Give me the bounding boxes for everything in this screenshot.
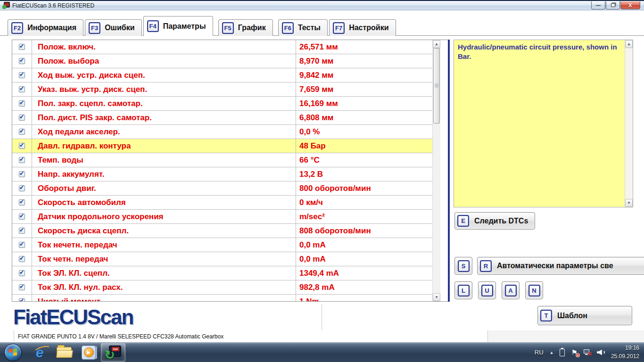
check-icon: ✔ <box>19 213 24 219</box>
template-button[interactable]: T Шаблон <box>537 306 632 325</box>
row-checkbox[interactable]: ✔ <box>19 228 25 234</box>
scroll-up-icon[interactable]: ▲ <box>433 40 440 48</box>
follow-dtcs-button[interactable]: E Следить DTCs <box>454 212 535 230</box>
s-button[interactable]: S <box>454 257 472 275</box>
table-row[interactable]: ✔Ход педали акселер.0,0 % <box>12 125 432 139</box>
row-checkbox[interactable]: ✔ <box>19 298 25 301</box>
row-checkbox[interactable]: ✔ <box>19 86 25 92</box>
row-checkbox[interactable]: ✔ <box>19 129 25 135</box>
tab-f4[interactable]: F4Параметры <box>143 16 213 36</box>
l-button[interactable]: L <box>454 281 472 299</box>
row-checkbox[interactable]: ✔ <box>19 58 25 64</box>
taskbar-item-media-player[interactable]: ▶ <box>76 343 101 362</box>
battery-icon[interactable] <box>560 349 565 356</box>
row-checkbox[interactable]: ✔ <box>19 157 25 163</box>
table-row[interactable]: ✔Ход выж. устр. диска сцеп.9,842 мм <box>12 68 432 82</box>
param-name: Указ. выж. устр. диск. сцеп. <box>32 82 296 96</box>
table-row[interactable]: ✔Скорость диска сцепл.808 оборотов/мин <box>12 224 432 238</box>
minimize-button[interactable]: — <box>591 1 605 9</box>
table-row[interactable]: ✔Полож. выбора8,970 мм <box>12 54 432 68</box>
table-row[interactable]: ✔Ток четн. передач0,0 mA <box>12 252 432 266</box>
table-row[interactable]: ✔Обороты двиг.800 оборотов/мин <box>12 181 432 196</box>
table-row[interactable]: ✔Ток ЭЛ. КЛ. сцепл.1349,4 mA <box>12 266 432 280</box>
fkey-badge: F2 <box>11 22 23 34</box>
window-controls: — X <box>591 1 644 9</box>
scroll-thumb[interactable] <box>433 48 440 123</box>
checkbox-cell: ✔ <box>12 167 32 181</box>
table-row[interactable]: ✔Пол. закр. сцепл. самотар.16,169 мм <box>12 97 432 111</box>
info-scroll-down-icon[interactable]: ▼ <box>625 199 633 207</box>
table-row[interactable]: ✔Скорость автомобиля0 км/ч <box>12 196 432 210</box>
row-checkbox[interactable]: ✔ <box>19 256 25 262</box>
scroll-track[interactable] <box>433 48 440 293</box>
row-checkbox[interactable]: ✔ <box>19 171 25 177</box>
fkey-badge-s: S <box>458 260 470 272</box>
network-icon[interactable]: ✕ <box>584 349 591 356</box>
table-row[interactable]: ✔Ток ЭЛ. КЛ. нул. расх.982,8 mA <box>12 280 432 295</box>
table-row[interactable]: ✔Чистый момент1 Nm <box>12 295 432 301</box>
param-value: 0,0 mA <box>296 238 432 252</box>
tab-f2[interactable]: F2Информация <box>8 19 83 36</box>
taskbar-item-internet-explorer[interactable]: e <box>27 343 52 362</box>
volume-icon[interactable] <box>597 350 605 355</box>
row-checkbox[interactable]: ✔ <box>19 185 25 191</box>
check-icon: ✔ <box>19 156 24 163</box>
taskbar-item-explorer[interactable] <box>52 343 76 362</box>
grip-icon <box>435 84 438 88</box>
table-scrollbar[interactable]: ▲ ▼ <box>432 40 440 301</box>
tab-f5[interactable]: F5График <box>218 19 273 36</box>
close-button[interactable]: X <box>620 1 640 9</box>
info-scrollbar[interactable]: ▲ ▼ <box>625 40 633 207</box>
row-checkbox[interactable]: ✔ <box>19 44 25 50</box>
param-value: 8,970 мм <box>296 54 432 68</box>
row-checkbox[interactable]: ✔ <box>19 100 25 107</box>
maximize-button[interactable] <box>606 1 620 9</box>
param-name: Полож. включ. <box>32 40 296 54</box>
table-row[interactable]: ✔Темп. воды66 °C <box>12 153 432 167</box>
table-row[interactable]: ✔Указ. выж. устр. диск. сцеп.7,659 мм <box>12 82 432 97</box>
table-row[interactable]: ✔Ток нечетн. передач0,0 mA <box>12 238 432 252</box>
check-icon: ✔ <box>19 85 24 92</box>
info-scroll-up-icon[interactable]: ▲ <box>625 40 633 48</box>
param-value: m/sec² <box>296 210 432 223</box>
check-icon: ✔ <box>19 43 24 49</box>
tab-f6[interactable]: F6Тесты <box>278 19 328 36</box>
table-row[interactable]: ✔Датчик продольного ускоренияm/sec² <box>12 210 432 224</box>
taskbar-item-fiatecuscan[interactable]: FIAT↻ <box>101 343 125 362</box>
u-button[interactable]: U <box>478 281 496 299</box>
action-center-icon[interactable]: ⚑✕ <box>571 349 577 356</box>
info-panel[interactable]: Hydraulic/pneumatic circuit pressure, sh… <box>454 40 633 207</box>
row-checkbox[interactable]: ✔ <box>19 214 25 220</box>
show-hidden-icons[interactable]: ▲ <box>550 350 554 355</box>
tab-f3[interactable]: F3Ошибки <box>85 19 142 36</box>
n-button[interactable]: N <box>525 281 543 299</box>
table-row[interactable]: ✔Пол. дист. PIS закр. самотар.6,808 мм <box>12 111 432 125</box>
scroll-down-icon[interactable]: ▼ <box>433 293 440 301</box>
fkey-badge-u: U <box>481 285 493 296</box>
param-name: Давл. гидравл. контура <box>32 139 296 153</box>
check-icon: ✔ <box>19 184 24 191</box>
table-row[interactable]: ✔Давл. гидравл. контура48 Бар <box>12 139 432 153</box>
check-icon: ✔ <box>19 241 24 247</box>
row-checkbox[interactable]: ✔ <box>19 72 25 78</box>
row-checkbox[interactable]: ✔ <box>19 143 25 149</box>
checkbox-cell: ✔ <box>12 153 32 167</box>
auto-params-button[interactable]: R Автоматически параметры све <box>477 257 644 275</box>
row-checkbox[interactable]: ✔ <box>19 270 25 276</box>
row-checkbox[interactable]: ✔ <box>19 284 25 290</box>
title-bar: FiatECUScan 3.6 REGISTERED — X <box>0 0 644 10</box>
table-row[interactable]: ✔Полож. включ.26,571 мм <box>12 40 432 54</box>
auto-params-label: Автоматически параметры све <box>497 262 613 270</box>
a-button[interactable]: A <box>502 281 520 299</box>
start-button[interactable] <box>4 344 22 361</box>
table-row[interactable]: ✔Напр. аккумулят.13,2 В <box>12 167 432 181</box>
row-checkbox[interactable]: ✔ <box>19 199 25 206</box>
language-indicator[interactable]: RU <box>535 349 544 356</box>
media-player-icon: ▶ <box>82 346 96 360</box>
info-scroll-track[interactable] <box>625 48 633 199</box>
checkbox-cell: ✔ <box>12 82 32 96</box>
row-checkbox[interactable]: ✔ <box>19 115 25 121</box>
row-checkbox[interactable]: ✔ <box>19 242 25 248</box>
clock[interactable]: 19:16 25.09.2012 <box>611 344 639 361</box>
tab-f7[interactable]: F7Настройки <box>329 19 396 36</box>
